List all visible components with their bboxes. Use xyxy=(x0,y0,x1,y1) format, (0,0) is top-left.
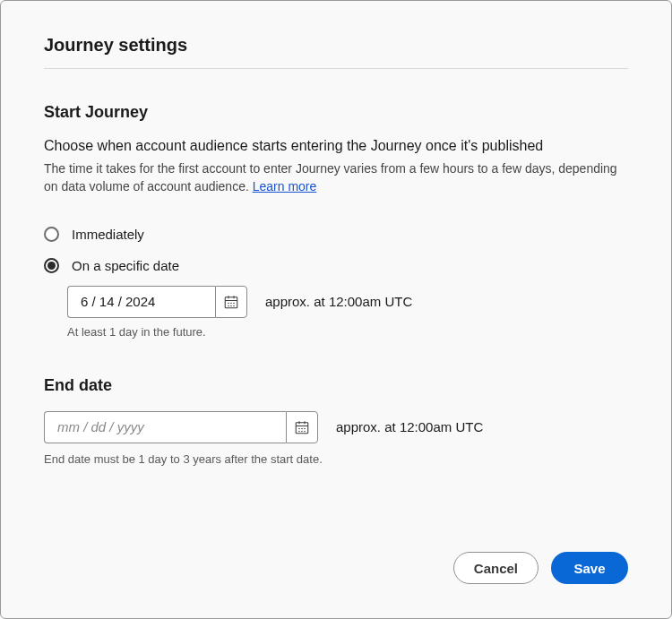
start-date-approx: approx. at 12:00am UTC xyxy=(265,294,412,309)
radio-icon xyxy=(44,258,59,273)
radio-label-immediately: Immediately xyxy=(72,227,144,242)
end-date-heading: End date xyxy=(44,376,628,395)
learn-more-link[interactable]: Learn more xyxy=(253,179,317,193)
start-journey-sub: The time it takes for the first account … xyxy=(44,159,628,196)
start-date-hint: At least 1 day in the future. xyxy=(67,325,628,339)
cancel-button[interactable]: Cancel xyxy=(453,552,538,584)
start-date-calendar-button[interactable] xyxy=(215,286,247,318)
calendar-icon xyxy=(294,419,310,435)
start-journey-sub-text: The time it takes for the first account … xyxy=(44,161,617,193)
radio-label-specific: On a specific date xyxy=(72,258,179,273)
start-journey-lead: Choose when account audience starts ente… xyxy=(44,138,628,154)
start-date-input[interactable]: 6 / 14 / 2024 xyxy=(67,286,247,318)
save-button[interactable]: Save xyxy=(551,552,628,584)
start-radio-group: Immediately On a specific date 6 / 14 / … xyxy=(44,227,628,339)
end-date-approx: approx. at 12:00am UTC xyxy=(336,419,483,434)
start-journey-heading: Start Journey xyxy=(44,103,628,122)
end-date-hint: End date must be 1 day to 3 years after … xyxy=(44,452,628,466)
radio-immediately[interactable]: Immediately xyxy=(44,227,628,242)
start-date-block: 6 / 14 / 2024 xyxy=(67,286,628,339)
start-date-value[interactable]: 6 / 14 / 2024 xyxy=(67,286,215,318)
radio-icon xyxy=(44,227,59,242)
start-date-row: 6 / 14 / 2024 xyxy=(67,286,628,318)
calendar-icon xyxy=(223,294,239,310)
end-date-calendar-button[interactable] xyxy=(286,411,318,443)
radio-specific-date[interactable]: On a specific date xyxy=(44,258,628,273)
end-date-row: mm / dd / yyyy ap xyxy=(44,411,628,443)
end-date-input[interactable]: mm / dd / yyyy xyxy=(44,411,318,443)
journey-settings-dialog: Journey settings Start Journey Choose wh… xyxy=(0,0,672,619)
end-date-block: mm / dd / yyyy ap xyxy=(44,411,628,466)
end-date-placeholder[interactable]: mm / dd / yyyy xyxy=(44,411,286,443)
dialog-title: Journey settings xyxy=(44,35,628,69)
dialog-footer: Cancel Save xyxy=(44,552,628,584)
